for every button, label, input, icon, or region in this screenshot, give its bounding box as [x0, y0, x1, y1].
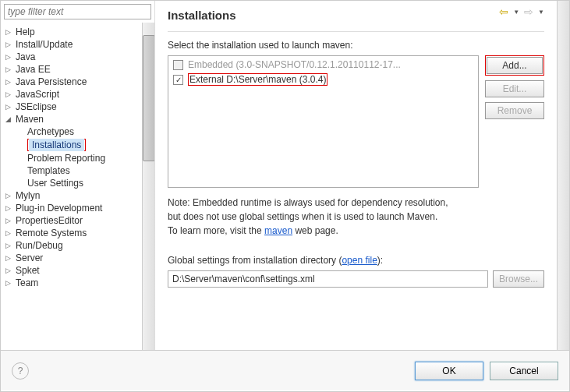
installations-label: Select the installation used to launch m…: [168, 40, 544, 51]
tree-item[interactable]: ▷Plug-in Development: [2, 202, 140, 214]
tree-item[interactable]: ▷Java EE: [2, 63, 140, 76]
nav-toolbar: ⇦▼ ⇨▼: [499, 5, 544, 18]
note-text: Note: Embedded runtime is always used fo…: [168, 196, 544, 238]
footer: ? OK Cancel: [1, 350, 569, 390]
browse-button[interactable]: Browse...: [493, 270, 544, 288]
caret-right-icon: ▷: [4, 192, 12, 200]
tree-item[interactable]: ▷Server: [2, 252, 140, 264]
caret-right-icon: ▷: [4, 279, 12, 288]
caret-right-icon: ▷: [4, 28, 12, 37]
tree-item[interactable]: ▷JavaScript: [2, 88, 140, 101]
caret-right-icon: ▷: [4, 254, 12, 263]
tree-label: Remote Systems: [16, 228, 87, 238]
sidebar-scrollbar[interactable]: [142, 23, 154, 350]
tree-label: Team: [16, 277, 38, 288]
preferences-tree: ▷Help▷Install/Update▷Java▷Java EE▷Java P…: [1, 23, 142, 350]
tree-item[interactable]: ▷PropertiesEditor: [2, 214, 140, 227]
tree-label: Maven: [16, 114, 44, 125]
tree-label: Archetypes: [27, 126, 74, 137]
tree-item[interactable]: ▷JSEclipse: [2, 101, 140, 113]
caret-right-icon: ▷: [4, 204, 12, 213]
installation-row[interactable]: External D:\Server\maven (3.0.4): [170, 72, 476, 87]
tree-item[interactable]: ▷Remote Systems: [2, 227, 140, 239]
caret-down-icon: ◢: [4, 115, 12, 124]
caret-right-icon: ▷: [4, 103, 12, 111]
installation-row[interactable]: Embedded (3.0-SNAPSHOT/0.12.1.20110112-1…: [170, 58, 476, 72]
cancel-button[interactable]: Cancel: [490, 362, 558, 380]
tree-label: Installations: [29, 139, 84, 151]
tree-label: Problem Reporting: [27, 153, 105, 164]
tree-label: Spket: [16, 265, 40, 276]
tree-item[interactable]: ▷Team: [2, 277, 140, 289]
tree-item[interactable]: ▷Mylyn: [2, 189, 140, 202]
back-dropdown-icon[interactable]: ▼: [513, 9, 519, 16]
tree-item[interactable]: ◢Maven: [2, 113, 140, 125]
caret-right-icon: ▷: [4, 41, 12, 49]
caret-right-icon: ▷: [4, 53, 12, 62]
main-scrollbar[interactable]: [557, 1, 569, 350]
tree-label: Plug-in Development: [16, 203, 102, 214]
caret-right-icon: ▷: [4, 217, 12, 225]
caret-right-icon: ▷: [4, 242, 12, 250]
installation-label: External D:\Server\maven (3.0.4): [189, 74, 326, 85]
installation-label: Embedded (3.0-SNAPSHOT/0.12.1.20110112-1…: [188, 59, 401, 70]
tree-label: JavaScript: [16, 89, 59, 100]
page-title: Installations: [168, 9, 236, 22]
tree-label: Install/Update: [16, 39, 73, 50]
filter-input[interactable]: [4, 4, 151, 19]
tree-item[interactable]: User Settings: [2, 177, 140, 189]
tree-label: Java EE: [16, 64, 51, 75]
main-panel: Installations ⇦▼ ⇨▼ Select the installat…: [155, 1, 557, 350]
tree-item[interactable]: ▷Java Persistence: [2, 76, 140, 88]
caret-right-icon: ▷: [4, 78, 12, 87]
ok-button[interactable]: OK: [415, 362, 483, 380]
tree-item[interactable]: Problem Reporting: [2, 152, 140, 164]
add-button[interactable]: Add...: [487, 57, 543, 74]
tree-label: Java: [16, 51, 35, 62]
tree-label: Java Persistence: [16, 76, 87, 87]
global-settings-path[interactable]: [168, 270, 488, 288]
tree-item[interactable]: Templates: [2, 164, 140, 177]
caret-right-icon: ▷: [4, 229, 12, 238]
forward-icon[interactable]: ⇨: [524, 5, 533, 18]
forward-dropdown-icon[interactable]: ▼: [538, 9, 544, 16]
caret-right-icon: ▷: [4, 90, 12, 99]
installations-list[interactable]: Embedded (3.0-SNAPSHOT/0.12.1.20110112-1…: [168, 55, 479, 188]
tree-label: Mylyn: [16, 190, 40, 201]
caret-right-icon: ▷: [4, 267, 12, 275]
tree-item[interactable]: Installations: [2, 138, 140, 152]
global-settings-label: Global settings from installation direct…: [168, 255, 544, 266]
tree-label: Run/Debug: [16, 240, 63, 251]
tree-item[interactable]: ▷Install/Update: [2, 38, 140, 51]
maven-link[interactable]: maven: [264, 225, 292, 236]
tree-item[interactable]: ▷Java: [2, 51, 140, 63]
remove-button[interactable]: Remove: [485, 102, 544, 119]
tree-label: Help: [16, 26, 35, 37]
tree-label: PropertiesEditor: [16, 215, 83, 226]
tree-label: Server: [16, 253, 43, 263]
sidebar: ▷Help▷Install/Update▷Java▷Java EE▷Java P…: [1, 1, 155, 350]
tree-item[interactable]: ▷Help: [2, 26, 140, 38]
tree-item[interactable]: ▷Run/Debug: [2, 239, 140, 252]
caret-right-icon: ▷: [4, 65, 12, 74]
tree-item[interactable]: ▷Spket: [2, 264, 140, 277]
tree-item[interactable]: Archetypes: [2, 125, 140, 138]
tree-label: Templates: [27, 165, 70, 176]
help-icon[interactable]: ?: [12, 362, 29, 380]
back-icon[interactable]: ⇦: [499, 5, 508, 18]
tree-label: User Settings: [27, 178, 83, 189]
open-file-link[interactable]: open file: [342, 255, 377, 266]
checkbox[interactable]: [173, 75, 183, 85]
edit-button[interactable]: Edit...: [485, 80, 544, 97]
tree-label: JSEclipse: [16, 101, 57, 112]
checkbox: [173, 60, 183, 70]
